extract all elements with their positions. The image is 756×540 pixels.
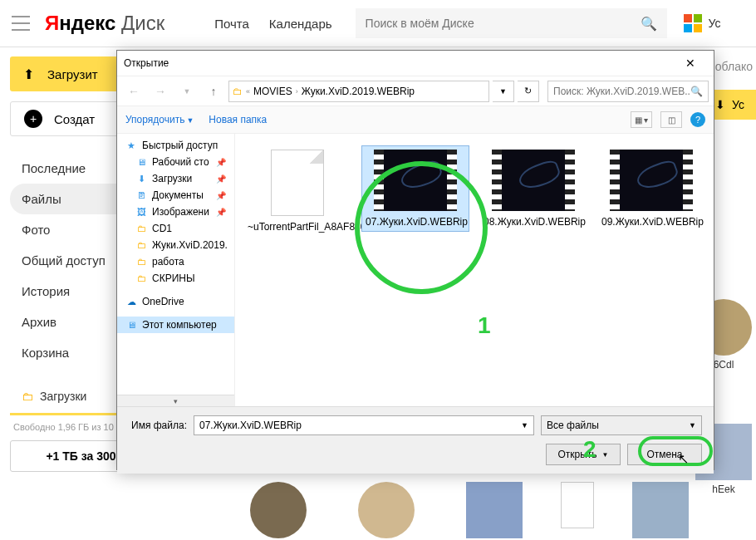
video-icon (610, 150, 693, 211)
cloud-label: облако (712, 56, 756, 76)
pin-icon: 📌 (216, 191, 226, 200)
folder-tree: ★Быстрый доступ 🖥Рабочий сто📌 ⬇Загрузки📌… (117, 134, 235, 406)
dialog-footer: Имя файла: ▼ Все файлы ▼ Открыть▼ Отмена (117, 406, 714, 474)
open-button[interactable]: Открыть▼ (546, 444, 621, 465)
tree-this-pc[interactable]: 🖥Этот компьютер (117, 317, 234, 333)
close-button[interactable]: ✕ (674, 56, 707, 70)
search-icon[interactable]: 🔍 (690, 86, 703, 97)
help-icon[interactable]: ? (690, 112, 705, 127)
tree-onedrive[interactable]: ☁OneDrive (117, 293, 234, 310)
tree-folder-screens[interactable]: 🗀СКРИНЫ (117, 270, 234, 287)
search-icon[interactable]: 🔍 (641, 16, 657, 32)
file-item[interactable]: 09.Жуки.XviD.WEBRip (597, 145, 705, 232)
download-icon: ⬇ (715, 98, 725, 111)
recent-dropdown[interactable]: ▼ (175, 81, 199, 102)
folder-icon: 🗀 (22, 390, 33, 403)
search-bar[interactable]: 🔍 (356, 8, 667, 38)
filename-input[interactable] (199, 420, 521, 431)
bg-thumb-5[interactable] (465, 482, 523, 540)
dialog-search-input[interactable] (553, 86, 690, 97)
chevron-icon: › (296, 87, 298, 96)
pin-icon: 📌 (216, 174, 226, 184)
breadcrumb-seg[interactable]: MOVIES (253, 86, 292, 97)
file-item[interactable]: ~uTorrentPartFil_A8AF8800.dat (243, 145, 351, 237)
dialog-search[interactable]: 🔍 (547, 81, 709, 102)
organize-button[interactable]: Упорядочить▼ (125, 114, 194, 125)
install-text: Ус (709, 17, 721, 30)
tree-scroll-down[interactable]: ▾ (117, 395, 234, 406)
tree-documents[interactable]: 🖹Документы📌 (117, 187, 234, 204)
breadcrumb-seg[interactable]: Жуки.XviD.2019.WEBRip (302, 86, 415, 97)
bg-thumb-7[interactable] (631, 482, 690, 540)
logo-mark: Я (45, 12, 59, 34)
pin-icon: 📌 (216, 158, 226, 167)
cancel-button[interactable]: Отмена (627, 444, 702, 465)
dialog-toolbar: Упорядочить▼ Новая папка ▦ ▾ ◫ ? (117, 106, 714, 134)
new-folder-button[interactable]: Новая папка (209, 114, 267, 125)
file-open-dialog: Открытие ✕ ← → ▼ ↑ 🗀 « MOVIES › Жуки.Xvi… (116, 50, 714, 470)
dialog-titlebar: Открытие ✕ (117, 51, 714, 76)
forward-button[interactable]: → (149, 81, 172, 102)
upload-icon: ⬆ (23, 66, 34, 82)
bg-thumb-6[interactable] (548, 482, 606, 532)
plus-icon: + (24, 110, 42, 128)
chevron-icon: « (246, 87, 250, 96)
view-mode-button[interactable]: ▦ ▾ (631, 111, 652, 128)
tree-folder-work[interactable]: 🗀работа (117, 253, 234, 270)
refresh-button[interactable]: ↻ (518, 81, 539, 102)
file-icon (271, 150, 324, 216)
video-icon (374, 150, 457, 211)
back-button[interactable]: ← (122, 81, 145, 102)
preview-pane-button[interactable]: ◫ (660, 111, 682, 128)
files-pane[interactable]: ~uTorrentPartFil_A8AF8800.dat 07.Жуки.Xv… (235, 134, 714, 406)
header: Яндекс Диск Почта Календарь 🔍 Ус (0, 0, 756, 47)
tree-images[interactable]: 🖼Изображени📌 (117, 204, 234, 220)
file-name: 08.Жуки.XviD.WEBRip (484, 216, 586, 228)
tree-quick-access[interactable]: ★Быстрый доступ (117, 137, 234, 154)
file-item[interactable]: 08.Жуки.XviD.WEBRip (479, 145, 587, 232)
top-nav: Почта Календарь (214, 17, 331, 31)
filetype-filter[interactable]: Все файлы ▼ (541, 415, 702, 435)
logo[interactable]: Яндекс Диск (45, 12, 164, 35)
folder-icon: 🗀 (233, 86, 243, 97)
video-icon (492, 150, 575, 211)
pin-icon: 📌 (216, 208, 226, 217)
chevron-down-icon[interactable]: ▼ (689, 421, 696, 430)
file-name: 07.Жуки.XviD.WEBRip (366, 216, 468, 228)
breadcrumb[interactable]: 🗀 « MOVIES › Жуки.XviD.2019.WEBRip (228, 81, 489, 102)
up-button[interactable]: ↑ (202, 81, 225, 102)
search-input[interactable] (366, 17, 641, 30)
breadcrumb-dropdown[interactable]: ▼ (493, 81, 514, 102)
bg-thumb-4[interactable] (357, 482, 415, 540)
dialog-nav: ← → ▼ ↑ 🗀 « MOVIES › Жуки.XviD.2019.WEBR… (117, 76, 714, 106)
tree-folder-cd1[interactable]: 🗀CD1 (117, 220, 234, 237)
windows-icon[interactable] (684, 14, 702, 32)
file-item-selected[interactable]: 07.Жуки.XviD.WEBRip (361, 145, 469, 232)
tree-downloads[interactable]: ⬇Загрузки📌 (117, 170, 234, 187)
menu-icon[interactable] (12, 16, 30, 31)
file-name: 09.Жуки.XviD.WEBRip (601, 216, 704, 228)
chevron-down-icon[interactable]: ▼ (521, 421, 528, 430)
nav-calendar[interactable]: Календарь (269, 17, 332, 31)
nav-mail[interactable]: Почта (214, 17, 249, 31)
dialog-body: ★Быстрый доступ 🖥Рабочий сто📌 ⬇Загрузки📌… (117, 134, 714, 406)
filename-label: Имя файла: (129, 420, 187, 431)
bg-thumb-3[interactable] (249, 482, 307, 540)
tree-desktop[interactable]: 🖥Рабочий сто📌 (117, 154, 234, 170)
filename-combobox[interactable]: ▼ (194, 415, 534, 435)
tree-folder-zhuki[interactable]: 🗀Жуки.XviD.2019. (117, 237, 234, 253)
dialog-title: Открытие (124, 57, 169, 69)
